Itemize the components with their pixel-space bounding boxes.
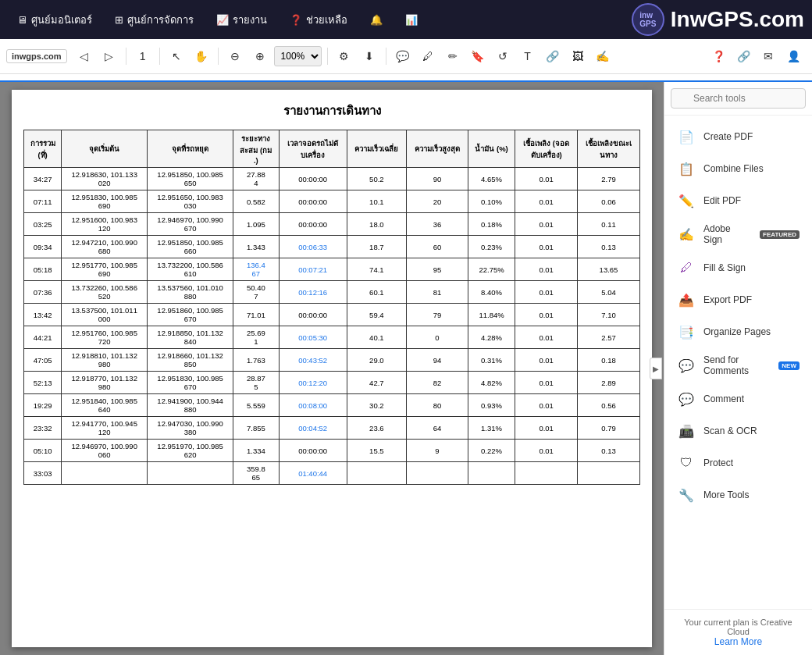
panel-collapse-button[interactable]: ▶ — [650, 358, 662, 379]
table-header-row: การรวม(ที่) จุดเริ่มต้น จุดที่รถหยุด ระย… — [24, 130, 640, 168]
cell-7-1: 12.951760, 100.985 720 — [62, 326, 148, 349]
cell-0-5: 50.2 — [347, 168, 406, 190]
nav-reports[interactable]: 📈 รายงาน — [207, 7, 276, 33]
cell-3-7: 0.23% — [468, 236, 515, 258]
cell-10-6: 80 — [407, 394, 468, 417]
cell-7-0: 44:21 — [24, 326, 62, 349]
cell-3-2: 12.951850, 100.985 660 — [148, 236, 233, 258]
cell-8-1: 12.918810, 101.132 980 — [62, 349, 148, 372]
cell-10-8: 0.01 — [515, 394, 578, 417]
cell-12-7: 0.22% — [468, 440, 515, 462]
table-row: 34:2712.918630, 101.133 02012.951850, 10… — [24, 168, 640, 190]
cell-4-6: 95 — [407, 258, 468, 281]
cell-11-9: 0.79 — [577, 417, 639, 440]
tool-item-send-for-comments[interactable]: 💬Send for CommentsNEW — [668, 348, 809, 383]
forward-button[interactable]: ▷ — [98, 45, 120, 67]
zoom-in-button[interactable]: ⊕ — [249, 45, 271, 67]
hand-tool[interactable]: ✋ — [191, 45, 212, 67]
tool-item-protect[interactable]: 🛡Protect — [668, 447, 809, 479]
cell-3-1: 12.947210, 100.990 680 — [62, 236, 148, 258]
back-button[interactable]: ◁ — [73, 45, 95, 67]
cell-13-5 — [347, 462, 406, 485]
table-row: 23:3212.941770, 100.945 12012.947030, 10… — [24, 417, 640, 440]
signature-button[interactable]: ✍ — [592, 45, 614, 67]
cell-6-7: 11.84% — [468, 304, 515, 326]
cell-6-8: 0.01 — [515, 304, 578, 326]
col-header-8: เชื้อเพลิง (จอดดับเครื่อง) — [515, 130, 578, 168]
cell-9-8: 0.01 — [515, 372, 578, 394]
cell-12-2: 12.951970, 100.985 620 — [148, 440, 233, 462]
tool-item-more-tools[interactable]: 🔧More Tools — [668, 479, 809, 511]
cell-11-2: 12.947030, 100.990 380 — [148, 417, 233, 440]
learn-more-link[interactable]: Learn More — [672, 636, 804, 647]
tool-item-combine-files[interactable]: 📋Combine Files — [668, 153, 809, 184]
tool-icon-6: 📑 — [677, 322, 696, 341]
comment-button[interactable]: 💬 — [392, 45, 414, 67]
cell-5-0: 07:36 — [24, 281, 62, 304]
tool-label-10: Protect — [703, 457, 800, 468]
cell-0-6: 90 — [407, 168, 468, 190]
rotate-button[interactable]: ↺ — [492, 45, 514, 67]
draw-button[interactable]: ✏ — [442, 45, 464, 67]
cell-4-1: 12.951770, 100.985 690 — [62, 258, 148, 281]
tool-label-4: Fill & Sign — [703, 262, 800, 273]
footer-text: Your current plan is Creative Cloud — [672, 618, 804, 636]
cell-1-0: 07:11 — [24, 190, 62, 213]
cell-2-2: 12.946970, 100.990 670 — [148, 213, 233, 236]
tool-item-export-pdf[interactable]: 📤Export PDF — [668, 284, 809, 315]
search-tools-input[interactable] — [671, 88, 806, 109]
cell-7-8: 0.01 — [515, 326, 578, 349]
highlight-button[interactable]: 🖊 — [417, 45, 439, 67]
toolbar: inwgps.com ◁ ▷ 1 ↖ ✋ ⊖ ⊕ 100% 75% 125% 1… — [0, 39, 812, 74]
cell-0-9: 2.79 — [577, 168, 639, 190]
tool-item-adobe-sign[interactable]: ✍Adobe SignFEATURED — [668, 217, 809, 251]
cell-5-8: 0.01 — [515, 281, 578, 304]
table-row: 07:3613.732260, 100.586 52013.537560, 10… — [24, 281, 640, 304]
user-button[interactable]: 👤 — [782, 45, 804, 67]
tool-item-fill-&-sign[interactable]: 🖊Fill & Sign — [668, 252, 809, 283]
cell-2-9: 0.11 — [577, 213, 639, 236]
grid-icon: ⊞ — [115, 14, 123, 26]
zoom-select[interactable]: 100% 75% 125% 150% — [274, 46, 322, 66]
page-input[interactable]: 1 — [132, 45, 154, 67]
tool-item-scan-&-ocr[interactable]: 📠Scan & OCR — [668, 415, 809, 447]
cell-12-3: 1.334 — [233, 440, 280, 462]
right-panel-footer: Your current plan is Creative Cloud Lear… — [664, 609, 812, 655]
stamp-button[interactable]: 🔖 — [467, 45, 489, 67]
cell-12-6: 9 — [407, 440, 468, 462]
pdf-viewer[interactable]: รายงานการเดินทาง การรวม(ที่) จุดเริ่มต้น… — [0, 82, 664, 655]
tool-item-edit-pdf[interactable]: ✏️Edit PDF — [668, 185, 809, 216]
nav-management[interactable]: ⊞ ศูนย์การจัดการ — [105, 7, 203, 33]
nav-bell[interactable]: 🔔 — [361, 9, 392, 30]
mail-button[interactable]: ✉ — [757, 45, 779, 67]
download-button[interactable]: ⬇ — [358, 45, 380, 67]
table-row: 13:4213.537500, 101.011 00012.951860, 10… — [24, 304, 640, 326]
image-button[interactable]: 🖼 — [567, 45, 589, 67]
text-button[interactable]: T — [517, 45, 539, 67]
tool-item-create-pdf[interactable]: 📄Create PDF — [668, 121, 809, 152]
monitor-icon: 🖥 — [17, 14, 27, 26]
tool-item-comment[interactable]: 💬Comment — [668, 383, 809, 415]
cursor-tool[interactable]: ↖ — [166, 45, 187, 67]
tool-item-organize-pages[interactable]: 📑Organize Pages — [668, 316, 809, 347]
tools-button[interactable]: ⚙ — [333, 45, 355, 67]
nav-monitor[interactable]: 🖥 ศูนย์มอนิเตอร์ — [8, 7, 102, 33]
zoom-out-button[interactable]: ⊖ — [224, 45, 246, 67]
cell-11-0: 23:32 — [24, 417, 62, 440]
nav-help[interactable]: ❓ ช่วยเหลือ — [280, 7, 357, 33]
tool-label-0: Create PDF — [703, 131, 800, 142]
nav-analytics[interactable]: 📊 — [396, 9, 427, 30]
table-row: 44:2112.951760, 100.985 72012.918850, 10… — [24, 326, 640, 349]
share-button[interactable]: 🔗 — [732, 45, 754, 67]
cell-7-4: 00:05:30 — [279, 326, 347, 349]
cell-3-9: 0.13 — [577, 236, 639, 258]
cell-8-6: 94 — [407, 349, 468, 372]
cell-2-8: 0.01 — [515, 213, 578, 236]
question-button[interactable]: ❓ — [707, 45, 729, 67]
nav-help-label: ช่วยเหลือ — [306, 12, 347, 28]
cell-10-3: 5.559 — [233, 394, 280, 417]
link-button[interactable]: 🔗 — [542, 45, 564, 67]
cell-10-2: 12.941900, 100.944 880 — [148, 394, 233, 417]
cell-1-1: 12.951830, 100.985 690 — [62, 190, 148, 213]
col-header-2: จุดที่รถหยุด — [148, 130, 233, 168]
